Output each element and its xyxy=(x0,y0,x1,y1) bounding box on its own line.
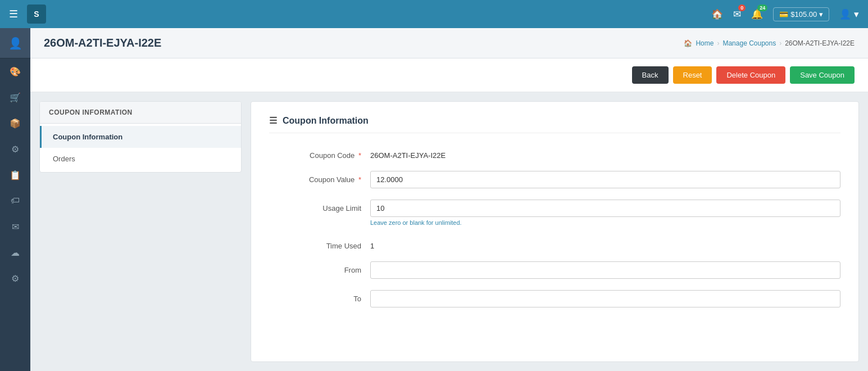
cloud-icon: ☁ xyxy=(11,247,20,258)
form-row-coupon-value: Coupon Value * xyxy=(269,171,840,188)
products-icon: 📦 xyxy=(10,118,21,129)
left-nav-orders[interactable]: Orders xyxy=(40,148,241,170)
top-nav: ☰ S 🏠 ✉ 0 🔔 24 💳 $105.00 ▾ 👤 ▾ xyxy=(0,0,868,28)
subheader: 26OM-A2TI-EJYA-I22E 🏠 Home › Manage Coup… xyxy=(30,28,868,58)
user-icon: 👤 xyxy=(839,9,851,20)
sidebar-avatar: 👤 xyxy=(0,28,30,58)
time-used-value: 1 xyxy=(370,237,840,250)
home-nav-icon[interactable]: 🏠 xyxy=(711,8,723,20)
mail-sidebar-icon: ✉ xyxy=(12,221,19,232)
section-menu-icon: ☰ xyxy=(269,115,277,126)
card-icon: 💳 xyxy=(779,10,788,19)
sidebar-item-extensions[interactable]: ⚙ xyxy=(0,136,30,162)
breadcrumb: 🏠 Home › Manage Coupons › 26OM-A2TI-EJYA… xyxy=(684,39,855,47)
orders-icon: 🛒 xyxy=(10,92,21,103)
coupon-code-label: Coupon Code * xyxy=(269,147,370,160)
content-body: COUPON INFORMATION Coupon Information Or… xyxy=(30,92,868,371)
form-row-usage-limit: Usage Limit Leave zero or blank for unli… xyxy=(269,200,840,226)
sidebar-item-design[interactable]: 🎨 xyxy=(0,58,30,84)
sidebar-item-settings[interactable]: ⚙ xyxy=(0,265,30,291)
hamburger-menu[interactable]: ☰ xyxy=(9,8,18,20)
layout: 👤 🎨 🛒 📦 ⚙ 📋 🏷 ✉ ☁ ⚙ xyxy=(0,28,868,371)
form-row-coupon-code: Coupon Code * 26OM-A2TI-EJYA-I22E xyxy=(269,147,840,160)
sidebar-item-cloud[interactable]: ☁ xyxy=(0,239,30,265)
topnav-left: ☰ S xyxy=(9,4,46,24)
topnav-right: 🏠 ✉ 0 🔔 24 💳 $105.00 ▾ 👤 ▾ xyxy=(711,7,859,21)
section-title: ☰ Coupon Information xyxy=(269,115,840,133)
sidebar: 👤 🎨 🛒 📦 ⚙ 📋 🏷 ✉ ☁ ⚙ xyxy=(0,28,30,371)
pages-icon: 📋 xyxy=(10,170,21,180)
avatar-icon: 👤 xyxy=(8,37,22,50)
from-label: From xyxy=(269,261,370,274)
sidebar-item-orders[interactable]: 🛒 xyxy=(0,84,30,110)
coupon-value-label: Coupon Value * xyxy=(269,171,370,184)
balance-amount: $105.00 xyxy=(790,10,817,19)
form-row-to: To xyxy=(269,290,840,307)
bell-nav-icon[interactable]: 🔔 24 xyxy=(751,8,763,20)
main-content: 26OM-A2TI-EJYA-I22E 🏠 Home › Manage Coup… xyxy=(30,28,868,371)
user-chevron-icon: ▾ xyxy=(854,9,859,20)
left-panel-nav: Coupon Information Orders xyxy=(40,124,241,172)
reset-button[interactable]: Reset xyxy=(673,66,712,84)
left-panel-header: COUPON INFORMATION xyxy=(40,102,241,124)
delete-coupon-button[interactable]: Delete Coupon xyxy=(716,66,785,84)
breadcrumb-manage-coupons[interactable]: Manage Coupons xyxy=(722,39,776,47)
toolbar: Back Reset Delete Coupon Save Coupon xyxy=(30,58,868,92)
coupon-code-required: * xyxy=(358,151,361,160)
save-coupon-button[interactable]: Save Coupon xyxy=(790,66,855,84)
sidebar-item-pages[interactable]: 📋 xyxy=(0,162,30,188)
breadcrumb-home[interactable]: Home xyxy=(696,39,714,47)
breadcrumb-sep-2: › xyxy=(779,39,781,47)
left-nav-coupon-information[interactable]: Coupon Information xyxy=(40,126,241,148)
extensions-icon: ⚙ xyxy=(11,144,19,155)
sidebar-item-tags[interactable]: 🏷 xyxy=(0,188,30,214)
to-label: To xyxy=(269,290,370,303)
page-title: 26OM-A2TI-EJYA-I22E xyxy=(44,37,161,49)
from-input[interactable] xyxy=(370,261,840,279)
tags-icon: 🏷 xyxy=(11,196,20,206)
design-icon: 🎨 xyxy=(10,66,21,77)
home-breadcrumb-icon: 🏠 xyxy=(684,39,692,47)
balance-chevron-icon: ▾ xyxy=(819,10,823,19)
form-row-time-used: Time Used 1 xyxy=(269,237,840,250)
breadcrumb-current: 26OM-A2TI-EJYA-I22E xyxy=(785,39,855,47)
form-row-from: From xyxy=(269,261,840,279)
sidebar-item-products[interactable]: 📦 xyxy=(0,110,30,136)
left-panel: COUPON INFORMATION Coupon Information Or… xyxy=(39,101,242,173)
user-nav-icon[interactable]: 👤 ▾ xyxy=(839,8,859,20)
mail-nav-icon[interactable]: ✉ 0 xyxy=(733,8,741,20)
usage-limit-input[interactable] xyxy=(370,200,840,217)
usage-limit-hint: Leave zero or blank for unlimited. xyxy=(370,219,840,226)
time-used-value-wrapper: 1 xyxy=(370,237,840,250)
balance-button[interactable]: 💳 $105.00 ▾ xyxy=(773,7,829,21)
sidebar-item-mail[interactable]: ✉ xyxy=(0,214,30,239)
usage-limit-input-wrapper: Leave zero or blank for unlimited. xyxy=(370,200,840,226)
back-button[interactable]: Back xyxy=(632,66,669,84)
coupon-code-value-wrapper: 26OM-A2TI-EJYA-I22E xyxy=(370,147,840,160)
coupon-value-input[interactable] xyxy=(370,171,840,188)
coupon-value-input-wrapper xyxy=(370,171,840,188)
coupon-value-required: * xyxy=(358,175,361,184)
from-input-wrapper xyxy=(370,261,840,279)
to-input-wrapper xyxy=(370,290,840,307)
settings-icon: ⚙ xyxy=(11,273,19,284)
time-used-label: Time Used xyxy=(269,237,370,250)
to-input[interactable] xyxy=(370,290,840,307)
breadcrumb-sep-1: › xyxy=(717,39,719,47)
bell-badge: 24 xyxy=(757,4,767,11)
usage-limit-label: Usage Limit xyxy=(269,200,370,212)
section-title-text: Coupon Information xyxy=(283,116,369,126)
right-panel: ☰ Coupon Information Coupon Code * 26OM-… xyxy=(251,101,859,362)
mail-badge: 0 xyxy=(738,4,746,11)
coupon-code-value: 26OM-A2TI-EJYA-I22E xyxy=(370,147,840,160)
home-icon: 🏠 xyxy=(711,9,723,20)
site-logo: S xyxy=(27,4,46,24)
